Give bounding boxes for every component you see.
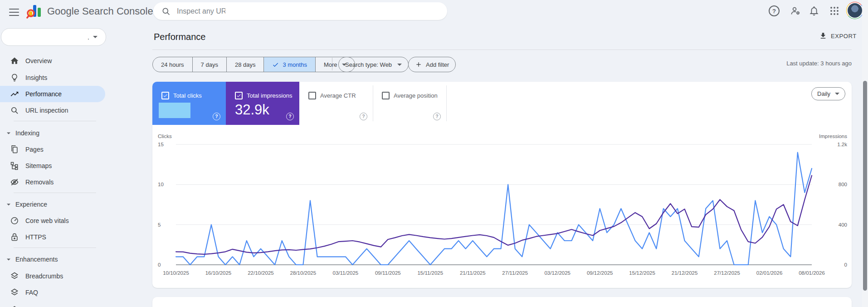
help-icon[interactable]: ? bbox=[213, 113, 220, 120]
checkbox-unchecked-icon[interactable] bbox=[308, 92, 316, 99]
axis-tick-label: 1.2k bbox=[837, 142, 847, 147]
last-update-text: Last update: 3 hours ago bbox=[786, 60, 852, 67]
help-icon[interactable]: ? bbox=[768, 5, 780, 17]
divider bbox=[332, 58, 332, 70]
total-impressions-tile[interactable]: Total impressions 32.9k ? bbox=[226, 82, 299, 125]
sidebar-item-label: Breadcrumbs bbox=[25, 272, 63, 280]
user-avatar[interactable] bbox=[846, 2, 863, 19]
eye-off-icon bbox=[10, 178, 19, 187]
average-ctr-tile[interactable]: Average CTR ? bbox=[299, 82, 373, 125]
notifications-bell-icon[interactable] bbox=[808, 5, 820, 17]
section-label: Experience bbox=[15, 201, 47, 208]
export-button[interactable]: EXPORT bbox=[819, 32, 857, 40]
x-axis-label: 15/12/2025 bbox=[629, 270, 655, 276]
axis-tick-label: 0 bbox=[844, 262, 847, 267]
total-impressions-value: 32.9k bbox=[235, 102, 269, 118]
sidebar-item-breadcrumbs[interactable]: Breadcrumbs bbox=[0, 268, 105, 284]
magnifier-icon bbox=[10, 106, 19, 115]
home-icon bbox=[10, 56, 19, 65]
granularity-dropdown[interactable]: Daily bbox=[811, 87, 845, 100]
property-label: . bbox=[88, 34, 89, 41]
sidebar-item-partial[interactable] bbox=[0, 301, 105, 307]
checkbox-checked-icon[interactable] bbox=[161, 92, 169, 99]
tile-label: Average position bbox=[394, 92, 438, 99]
range-28-days[interactable]: 28 days bbox=[227, 57, 264, 72]
sidebar-item-removals[interactable]: Removals bbox=[0, 174, 105, 190]
sidebar-item-label: Overview bbox=[25, 57, 52, 64]
x-axis-label: 27/12/2025 bbox=[714, 270, 740, 276]
google-search-console-app: Google Search Console Inspect any URL i … bbox=[0, 0, 868, 307]
chevron-down-icon bbox=[835, 93, 839, 95]
divider bbox=[14, 248, 96, 248]
divider bbox=[14, 121, 96, 121]
x-axis-label: 03/11/2025 bbox=[333, 270, 359, 276]
sidebar-item-pages[interactable]: Pages bbox=[0, 141, 105, 158]
next-card-sliver bbox=[152, 297, 852, 307]
property-selector[interactable]: . bbox=[1, 28, 106, 46]
x-axis-label: 09/11/2025 bbox=[375, 270, 401, 276]
layers-icon bbox=[10, 288, 19, 297]
range-7-days[interactable]: 7 days bbox=[193, 57, 227, 72]
sidebar-item-label: Pages bbox=[25, 146, 44, 153]
axis-tick-label: 10 bbox=[158, 182, 164, 187]
average-position-tile[interactable]: Average position ? bbox=[373, 82, 446, 125]
performance-chart[interactable]: ClicksImpressions00540010800151.2k10/10/… bbox=[154, 132, 852, 282]
x-axis-label: 21/12/2025 bbox=[672, 270, 698, 276]
sidebar-item-label: Sitemaps bbox=[25, 162, 52, 169]
sidebar-item-label: HTTPS bbox=[25, 233, 46, 241]
total-clicks-tile[interactable]: Total clicks ? bbox=[152, 82, 226, 125]
sidebar-item-insights[interactable]: Insights bbox=[0, 69, 105, 86]
lock-icon bbox=[10, 233, 19, 242]
chevron-down-icon bbox=[397, 64, 402, 66]
add-filter-label: Add filter bbox=[426, 61, 449, 68]
range-3-months[interactable]: 3 months bbox=[264, 57, 315, 72]
sidebar-item-https[interactable]: HTTPS bbox=[0, 229, 105, 245]
google-apps-grid-icon[interactable] bbox=[829, 5, 840, 17]
manage-users-icon[interactable] bbox=[790, 5, 801, 17]
granularity-label: Daily bbox=[817, 90, 830, 97]
hamburger-menu-icon[interactable] bbox=[9, 6, 19, 15]
x-axis-label: 16/10/2025 bbox=[205, 270, 232, 276]
sidebar-section-indexing[interactable]: Indexing bbox=[0, 126, 105, 140]
sidebar-item-sitemaps[interactable]: Sitemaps bbox=[0, 158, 105, 174]
checkbox-unchecked-icon[interactable] bbox=[382, 92, 390, 99]
sidebar-item-label: Core web vitals bbox=[25, 217, 69, 224]
range-24-hours[interactable]: 24 hours bbox=[153, 57, 193, 72]
lightbulb-icon bbox=[10, 73, 19, 82]
divider bbox=[152, 50, 852, 50]
sidebar-item-faq[interactable]: FAQ bbox=[0, 284, 105, 301]
search-type-label: Search type: Web bbox=[345, 61, 392, 68]
sidebar-section-enhancements[interactable]: Enhancements bbox=[0, 253, 105, 266]
scrollbar-thumb[interactable] bbox=[863, 81, 867, 291]
sidebar-section-experience[interactable]: Experience bbox=[0, 198, 105, 211]
help-icon[interactable]: ? bbox=[286, 113, 294, 120]
sidebar-item-label: Removals bbox=[25, 178, 54, 186]
chart-canvas[interactable]: ClicksImpressions00540010800151.2k bbox=[154, 132, 852, 282]
check-icon bbox=[272, 61, 279, 68]
x-axis-label: 08/01/2026 bbox=[799, 270, 825, 276]
checkbox-checked-icon[interactable] bbox=[235, 92, 243, 99]
plus-icon bbox=[415, 61, 422, 68]
tile-label: Total impressions bbox=[247, 92, 292, 99]
tile-label: Total clicks bbox=[173, 92, 202, 99]
x-axis-label: 02/01/2026 bbox=[756, 270, 783, 276]
sidebar-item-performance[interactable]: Performance bbox=[0, 86, 105, 102]
app-title: Google Search Console bbox=[47, 5, 153, 17]
redaction-box bbox=[225, 4, 340, 17]
x-axis-label: 10/10/2025 bbox=[163, 270, 189, 276]
help-icon[interactable]: ? bbox=[360, 113, 367, 120]
help-icon[interactable]: ? bbox=[433, 113, 441, 120]
x-axis-label: 15/11/2025 bbox=[417, 270, 443, 276]
section-collapse-icon bbox=[7, 203, 10, 205]
search-type-filter[interactable]: Search type: Web bbox=[338, 57, 409, 72]
axis-tick-label: 800 bbox=[839, 182, 847, 187]
add-filter-button[interactable]: Add filter bbox=[408, 57, 456, 72]
sidebar-item-url-inspection[interactable]: URL inspection bbox=[0, 102, 105, 119]
download-icon bbox=[819, 32, 827, 40]
app-title-primary: Google bbox=[47, 5, 79, 17]
export-label: EXPORT bbox=[831, 33, 857, 40]
search-console-logo-icon bbox=[26, 3, 44, 20]
sidebar-item-core-web-vitals[interactable]: Core web vitals bbox=[0, 213, 105, 229]
sidebar-item-overview[interactable]: Overview bbox=[0, 53, 105, 69]
page-title: Performance bbox=[154, 32, 206, 42]
